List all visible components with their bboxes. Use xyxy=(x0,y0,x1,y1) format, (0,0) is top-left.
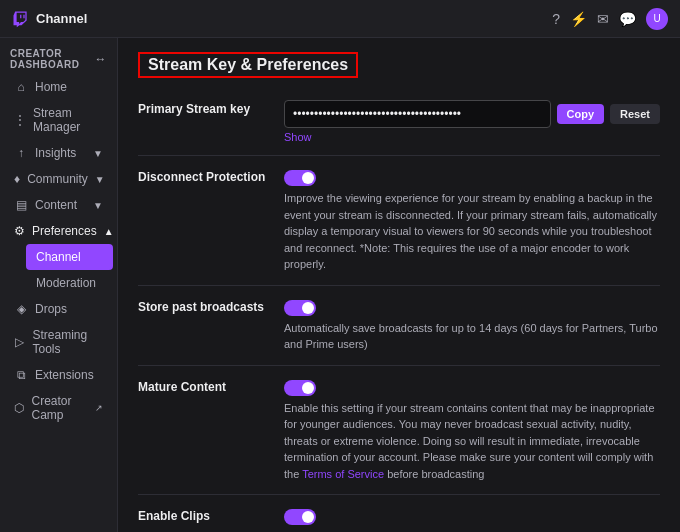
sidebar-item-moderation[interactable]: Moderation xyxy=(26,270,113,296)
question-icon[interactable]: ? xyxy=(552,11,560,27)
sidebar-sub-preferences: Channel Moderation xyxy=(0,244,117,296)
mature-label: Mature Content xyxy=(138,378,268,394)
copy-button[interactable]: Copy xyxy=(557,104,605,124)
setting-row-stream-key: Primary Stream key Copy Reset Show xyxy=(138,88,660,156)
page-header: Stream Key & Preferences xyxy=(118,38,680,88)
insights-icon: ↑ xyxy=(14,146,28,160)
streaming-tools-icon: ▷ xyxy=(14,335,26,349)
chat-icon[interactable]: 💬 xyxy=(619,11,636,27)
app-logo[interactable]: Channel xyxy=(12,10,87,28)
sidebar: CREATOR DASHBOARD ↔ ⌂ Home ⋮ Stream Mana… xyxy=(0,38,118,532)
reset-button[interactable]: Reset xyxy=(610,104,660,124)
broadcasts-label: Store past broadcasts xyxy=(138,298,268,314)
drops-icon: ◈ xyxy=(14,302,28,316)
preferences-icon: ⚙ xyxy=(14,224,25,238)
preferences-chevron-icon: ▲ xyxy=(104,226,114,237)
sidebar-item-extensions[interactable]: ⧉ Extensions xyxy=(4,362,113,388)
toggle-knob xyxy=(302,302,314,314)
avatar[interactable]: U xyxy=(646,8,668,30)
sidebar-item-insights[interactable]: ↑ Insights ▼ xyxy=(4,140,113,166)
terms-link[interactable]: Terms of Service xyxy=(302,468,384,480)
sidebar-item-home[interactable]: ⌂ Home xyxy=(4,74,113,100)
setting-row-broadcasts: Store past broadcasts Automatically save… xyxy=(138,286,660,366)
external-link-icon: ↗ xyxy=(95,403,103,413)
sidebar-item-preferences[interactable]: ⚙ Preferences ▲ xyxy=(4,218,113,244)
extensions-icon: ⧉ xyxy=(14,368,28,382)
disconnect-control: Improve the viewing experience for your … xyxy=(284,168,660,273)
broadcasts-control: Automatically save broadcasts for up to … xyxy=(284,298,660,353)
community-icon: ♦ xyxy=(14,172,20,186)
broadcasts-toggle[interactable] xyxy=(284,300,316,316)
sidebar-item-drops[interactable]: ◈ Drops xyxy=(4,296,113,322)
stream-key-label: Primary Stream key xyxy=(138,100,268,116)
clips-control: Enable the creation of clips from your s… xyxy=(284,507,660,532)
disconnect-label: Disconnect Protection xyxy=(138,168,268,184)
insights-chevron-icon: ▼ xyxy=(93,148,103,159)
top-nav-actions: ? ⚡ ✉ 💬 U xyxy=(552,8,668,30)
disconnect-desc: Improve the viewing experience for your … xyxy=(284,190,660,273)
stream-manager-icon: ⋮ xyxy=(14,113,26,127)
setting-row-mature: Mature Content Enable this setting if yo… xyxy=(138,366,660,496)
mature-toggle[interactable] xyxy=(284,380,316,396)
clips-toggle[interactable] xyxy=(284,509,316,525)
show-link[interactable]: Show xyxy=(284,131,660,143)
toggle-knob xyxy=(302,172,314,184)
content-area: Stream Key & Preferences Primary Stream … xyxy=(118,38,680,532)
home-icon: ⌂ xyxy=(14,80,28,94)
sidebar-item-stream-manager[interactable]: ⋮ Stream Manager xyxy=(4,100,113,140)
community-chevron-icon: ▼ xyxy=(95,174,105,185)
mature-control: Enable this setting if your stream conta… xyxy=(284,378,660,483)
disconnect-toggle[interactable] xyxy=(284,170,316,186)
sidebar-item-content[interactable]: ▤ Content ▼ xyxy=(4,192,113,218)
settings-section: Primary Stream key Copy Reset Show Disco… xyxy=(118,88,680,532)
main-layout: CREATOR DASHBOARD ↔ ⌂ Home ⋮ Stream Mana… xyxy=(0,38,680,532)
mature-desc: Enable this setting if your stream conta… xyxy=(284,400,660,483)
setting-row-clips: Enable Clips Enable the creation of clip… xyxy=(138,495,660,532)
mail-icon[interactable]: ✉ xyxy=(597,11,609,27)
content-icon: ▤ xyxy=(14,198,28,212)
page-title: Stream Key & Preferences xyxy=(138,52,358,78)
content-chevron-icon: ▼ xyxy=(93,200,103,211)
top-nav: Channel ? ⚡ ✉ 💬 U xyxy=(0,0,680,38)
sidebar-section-icon: ↔ xyxy=(95,52,108,66)
app-title: Channel xyxy=(36,11,87,26)
broadcasts-desc: Automatically save broadcasts for up to … xyxy=(284,320,660,353)
toggle-knob xyxy=(302,382,314,394)
twitch-icon xyxy=(12,10,30,28)
sidebar-item-community[interactable]: ♦ Community ▼ xyxy=(4,166,113,192)
lightning-icon[interactable]: ⚡ xyxy=(570,11,587,27)
toggle-knob xyxy=(302,511,314,523)
stream-key-row: Copy Reset xyxy=(284,100,660,128)
setting-row-disconnect: Disconnect Protection Improve the viewin… xyxy=(138,156,660,286)
stream-key-control: Copy Reset Show xyxy=(284,100,660,143)
sidebar-item-channel[interactable]: Channel xyxy=(26,244,113,270)
clips-label: Enable Clips xyxy=(138,507,268,523)
sidebar-item-streaming-tools[interactable]: ▷ Streaming Tools xyxy=(4,322,113,362)
sidebar-section-label: CREATOR DASHBOARD ↔ xyxy=(0,38,117,74)
creator-camp-icon: ⬡ xyxy=(14,401,25,415)
sidebar-item-creator-camp[interactable]: ⬡ Creator Camp ↗ xyxy=(4,388,113,428)
stream-key-input[interactable] xyxy=(284,100,551,128)
